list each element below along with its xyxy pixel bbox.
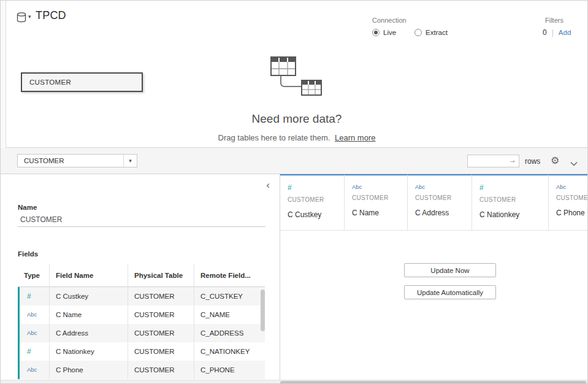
empty-state-hint: Drag tables here to relate them. — [218, 133, 330, 142]
physical-table-cell: CUSTOMER — [128, 342, 194, 361]
name-label: Name — [18, 204, 37, 211]
remote-field-cell: C_PHONE — [194, 361, 265, 379]
empty-state-title: Need more data? — [6, 112, 587, 126]
col-header-type[interactable]: Type — [18, 264, 50, 287]
fields-label: Fields — [18, 250, 38, 258]
filters-label: Filters — [543, 17, 571, 24]
table-toolbar: CUSTOMER ▾ → rows ⚙ — [1, 148, 587, 174]
col-header-remote-field[interactable]: Remote Field... — [194, 264, 265, 287]
table-row[interactable]: # C Custkey CUSTOMER C_CUSTKEY — [20, 287, 265, 305]
canvas-table-customer[interactable]: CUSTOMER — [21, 72, 143, 92]
string-type-icon: Abc — [20, 361, 50, 379]
collapse-panel-icon[interactable]: ‹ — [266, 180, 270, 190]
gear-icon[interactable]: ⚙ — [551, 155, 559, 167]
datasource-connection-menu[interactable]: ▾ — [17, 12, 31, 26]
database-icon — [17, 12, 26, 26]
physical-table-cell: CUSTOMER — [128, 305, 194, 324]
update-automatically-button[interactable]: Update Automatically — [404, 285, 496, 299]
radio-live[interactable]: Live — [372, 29, 396, 36]
string-type-icon: Abc — [415, 183, 472, 190]
string-type-icon: Abc — [20, 324, 50, 342]
table-select-value: CUSTOMER — [18, 157, 123, 164]
connection-label: Connection — [372, 17, 448, 24]
grid-column-c-address[interactable]: Abc CUSTOMER C Address — [408, 174, 472, 231]
number-type-icon: # — [20, 342, 50, 361]
table-row[interactable]: Abc C Name CUSTOMER C_NAME — [20, 305, 265, 324]
data-grid-header-row: # CUSTOMER C Custkey Abc CUSTOMER C Name… — [280, 174, 588, 231]
remote-field-cell: C_NATIONKEY — [194, 342, 265, 361]
number-type-icon: # — [479, 183, 548, 192]
grid-column-table: CUSTOMER — [352, 194, 407, 201]
col-header-field-name[interactable]: Field Name — [50, 264, 128, 287]
chevron-down-icon[interactable] — [570, 158, 578, 169]
grid-column-table: CUSTOMER — [479, 196, 548, 203]
fields-table-body: # C Custkey CUSTOMER C_CUSTKEY Abc C Nam… — [18, 287, 265, 379]
grid-column-c-name[interactable]: Abc CUSTOMER C Name — [345, 174, 408, 231]
remote-field-cell: C_ADDRESS — [194, 324, 265, 342]
left-pane-edge — [1, 1, 6, 148]
physical-table-cell: CUSTOMER — [128, 287, 194, 305]
learn-more-link[interactable]: Learn more — [335, 133, 375, 142]
grid-column-table: CUSTOMER — [415, 194, 472, 201]
filters-count: 0 — [543, 28, 547, 37]
grid-column-table: CUSTOMER — [288, 196, 344, 203]
field-name-cell: C Phone — [50, 361, 128, 379]
radio-extract-label: Extract — [426, 29, 448, 36]
table-row[interactable]: Abc C Phone CUSTOMER C_PHONE — [20, 361, 265, 379]
radio-extract[interactable]: Extract — [414, 29, 448, 36]
col-header-physical-table[interactable]: Physical Table — [128, 264, 194, 287]
table-name-field[interactable]: CUSTOMER — [18, 212, 265, 227]
string-type-icon: Abc — [556, 183, 588, 190]
table-row[interactable]: Abc C Address CUSTOMER C_ADDRESS — [20, 324, 265, 342]
field-name-cell: C Address — [50, 324, 128, 342]
field-name-cell: C Nationkey — [50, 342, 128, 361]
grid-column-field: C Phone — [556, 209, 588, 217]
row-limit-input[interactable] — [467, 155, 519, 167]
relationship-canvas: ▾ TPCD Connection Live Extract Filters 0… — [1, 1, 587, 148]
grid-column-field: C Nationkey — [479, 210, 548, 219]
empty-state-subtitle: Drag tables here to relate them. Learn m… — [6, 133, 587, 142]
number-type-icon: # — [20, 287, 50, 305]
remote-field-cell: C_NAME — [194, 305, 265, 324]
physical-table-cell: CUSTOMER — [128, 324, 194, 342]
physical-table-cell: CUSTOMER — [128, 361, 194, 379]
radio-extract-icon — [414, 29, 422, 36]
fields-table: Type Field Name Physical Table Remote Fi… — [18, 264, 265, 379]
update-now-button[interactable]: Update Now — [404, 263, 496, 277]
grid-column-table: CUSTOMER — [556, 194, 588, 201]
table-select-caret-icon: ▾ — [123, 155, 137, 167]
table-row[interactable]: # C Nationkey CUSTOMER C_NATIONKEY — [20, 342, 265, 361]
field-name-cell: C Custkey — [50, 287, 128, 305]
relate-tables-illustration-icon — [262, 56, 330, 101]
fields-table-header: Type Field Name Physical Table Remote Fi… — [18, 264, 265, 287]
data-preview-panel: # CUSTOMER C Custkey Abc CUSTOMER C Name… — [280, 174, 588, 380]
rows-label: rows — [525, 157, 540, 166]
filters-separator: | — [552, 28, 554, 37]
grid-column-field: C Address — [415, 209, 472, 217]
field-name-cell: C Name — [50, 305, 128, 324]
horizontal-scrollbar-thumb[interactable] — [280, 381, 586, 384]
connection-group: Connection Live Extract — [372, 17, 448, 36]
grid-column-c-nationkey[interactable]: # CUSTOMER C Nationkey — [472, 174, 549, 231]
dropdown-caret-icon: ▾ — [28, 13, 31, 20]
grid-column-field: C Custkey — [288, 210, 344, 219]
table-select[interactable]: CUSTOMER ▾ — [17, 154, 137, 167]
radio-live-icon — [372, 29, 380, 36]
grid-column-c-custkey[interactable]: # CUSTOMER C Custkey — [280, 174, 345, 231]
page-title: TPCD — [36, 9, 66, 22]
datasource-page: ▾ TPCD Connection Live Extract Filters 0… — [0, 0, 588, 384]
radio-live-label: Live — [383, 29, 396, 36]
metadata-panel: ‹ Name CUSTOMER Fields Type Field Name P… — [1, 174, 280, 380]
horizontal-scrollbar — [1, 380, 588, 384]
string-type-icon: Abc — [20, 305, 50, 324]
grid-column-c-phone[interactable]: Abc CUSTOMER C Phone — [549, 174, 588, 231]
filters-group: Filters 0 | Add — [543, 17, 571, 37]
number-type-icon: # — [288, 183, 344, 192]
remote-field-cell: C_CUSTKEY — [194, 287, 265, 305]
add-filter-link[interactable]: Add — [559, 29, 571, 36]
fields-table-scrollbar[interactable] — [261, 290, 265, 331]
string-type-icon: Abc — [352, 183, 407, 190]
grid-column-field: C Name — [352, 209, 407, 217]
